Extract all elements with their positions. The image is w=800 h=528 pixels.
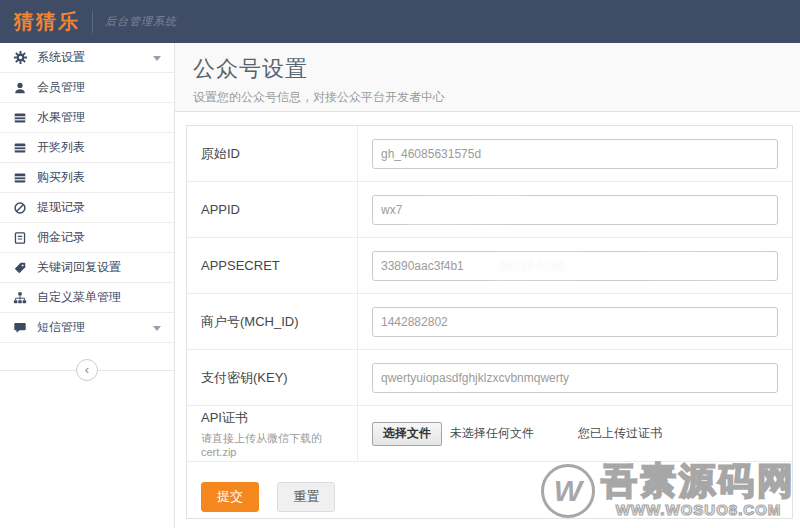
choose-file-button[interactable]: 选择文件 xyxy=(372,422,442,446)
chevron-down-icon xyxy=(153,326,161,331)
sidebar-item-purchase-list[interactable]: 购买列表 xyxy=(0,163,174,193)
sidebar-item-commission-records[interactable]: 佣金记录 xyxy=(0,223,174,253)
sidebar-item-label: 短信管理 xyxy=(37,319,85,336)
chevron-down-icon xyxy=(153,56,161,61)
api-cert-hint: 请直接上传从微信下载的cert.zip xyxy=(201,431,343,458)
sitemap-icon xyxy=(12,290,28,306)
form-row-pay-key: 支付密钥(KEY) xyxy=(187,350,792,406)
sidebar-item-label: 购买列表 xyxy=(37,169,85,186)
sidebar-collapse-button[interactable]: ‹ xyxy=(76,359,98,381)
submit-button[interactable]: 提交 xyxy=(201,482,259,512)
original-id-input[interactable] xyxy=(372,139,778,169)
form-row-mch-id: 商户号(MCH_ID) xyxy=(187,294,792,350)
file-icon xyxy=(12,230,28,246)
cert-uploaded-note: 您已上传过证书 xyxy=(578,425,662,442)
sidebar-item-label: 开奖列表 xyxy=(37,139,85,156)
sidebar-item-withdrawal-records[interactable]: 提现记录 xyxy=(0,193,174,223)
header-subtitle: 后台管理系统 xyxy=(105,14,177,29)
settings-form-panel: 原始ID APPID APPSECRET xyxy=(186,125,793,519)
sidebar-item-system-settings[interactable]: 系统设置 xyxy=(0,43,174,73)
sidebar-item-label: 提现记录 xyxy=(37,199,85,216)
sidebar-item-member-management[interactable]: 会员管理 xyxy=(0,73,174,103)
no-file-selected-text: 未选择任何文件 xyxy=(450,425,534,442)
sidebar: 系统设置 会员管理 水果管理 开奖列 xyxy=(0,43,175,528)
sidebar-item-label: 系统设置 xyxy=(37,49,85,66)
reset-button[interactable]: 重置 xyxy=(277,482,335,512)
form-row-appid: APPID xyxy=(187,182,792,238)
sidebar-item-fruit-management[interactable]: 水果管理 xyxy=(0,103,174,133)
pay-key-label: 支付密钥(KEY) xyxy=(201,369,343,387)
calendar-icon xyxy=(12,170,28,186)
gear-icon xyxy=(12,50,28,66)
sidebar-item-draw-list[interactable]: 开奖列表 xyxy=(0,133,174,163)
form-row-original-id: 原始ID xyxy=(187,126,792,182)
sidebar-item-label: 水果管理 xyxy=(37,109,85,126)
sidebar-item-custom-menu-management[interactable]: 自定义菜单管理 xyxy=(0,283,174,313)
api-cert-label: API证书 xyxy=(201,409,343,427)
sidebar-item-label: 佣金记录 xyxy=(37,229,85,246)
main-content: 公众号设置 设置您的公众号信息，对接公众平台开发者中心 原始ID APPID xyxy=(175,43,800,528)
calendar-icon xyxy=(12,140,28,156)
sidebar-item-label: 关键词回复设置 xyxy=(37,259,121,276)
sidebar-item-keyword-reply-settings[interactable]: 关键词回复设置 xyxy=(0,253,174,283)
user-icon xyxy=(12,80,28,96)
page-subtitle: 设置您的公众号信息，对接公众平台开发者中心 xyxy=(193,89,800,106)
pay-key-input[interactable] xyxy=(372,363,778,393)
mch-id-input[interactable] xyxy=(372,307,778,337)
comment-icon xyxy=(12,320,28,336)
original-id-label: 原始ID xyxy=(201,145,343,163)
form-row-appsecret: APPSECRET 9e227-52b0 xyxy=(187,238,792,294)
tag-icon xyxy=(12,260,28,276)
form-row-api-cert: API证书 请直接上传从微信下载的cert.zip 选择文件 未选择任何文件 您… xyxy=(187,406,792,462)
appid-label: APPID xyxy=(201,202,343,217)
top-header: 猜猜乐 后台管理系统 xyxy=(0,0,800,43)
appsecret-label: APPSECRET xyxy=(201,258,343,273)
sidebar-collapse-bar: ‹ xyxy=(0,359,174,383)
sidebar-item-sms-management[interactable]: 短信管理 xyxy=(0,313,174,343)
ban-icon xyxy=(12,200,28,216)
sidebar-item-label: 自定义菜单管理 xyxy=(37,289,121,306)
page-title: 公众号设置 xyxy=(193,54,800,84)
appid-input[interactable] xyxy=(372,195,778,225)
form-button-area: 提交 重置 xyxy=(187,462,792,512)
mch-id-label: 商户号(MCH_ID) xyxy=(201,313,343,331)
appsecret-input[interactable] xyxy=(372,251,778,281)
sidebar-item-label: 会员管理 xyxy=(37,79,85,96)
calendar-icon xyxy=(12,110,28,126)
page-head: 公众号设置 设置您的公众号信息，对接公众平台开发者中心 xyxy=(175,43,800,112)
app-logo: 猜猜乐 xyxy=(14,8,80,35)
logo-divider xyxy=(92,11,93,33)
